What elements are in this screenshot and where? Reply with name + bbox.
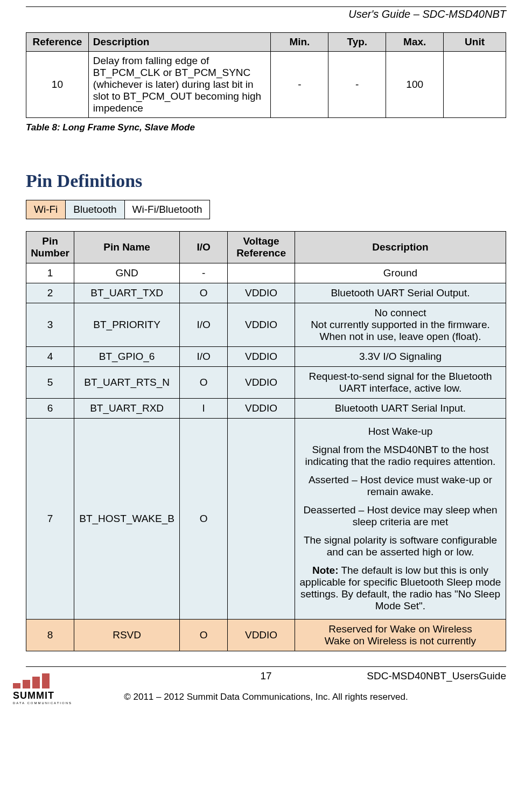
desc-line: No connect [374, 307, 426, 318]
th-typ: Typ. [328, 33, 386, 52]
cell-vref [228, 419, 295, 620]
cell-num: 7 [26, 419, 74, 620]
table-header-row: Reference Description Min. Typ. Max. Uni… [26, 33, 506, 52]
cell-num: 4 [26, 347, 74, 367]
desc-para: Signal from the MSD40NBT to the host ind… [298, 444, 502, 468]
pin-row-5: 5 BT_UART_RTS_N O VDDIO Request-to-send … [26, 367, 506, 399]
pin-row-7: 7 BT_HOST_WAKE_B O Host Wake-up Signal f… [26, 419, 506, 620]
cell-io: I/O [180, 303, 228, 347]
cell-num: 2 [26, 283, 74, 303]
cell-desc: Delay from falling edge of BT_PCM_CLK or… [88, 52, 271, 118]
desc-line: Reserved for Wake on Wireless [328, 623, 472, 635]
cell-vref: VDDIO [228, 303, 295, 347]
cell-desc: Reserved for Wake on Wireless Wake on Wi… [295, 620, 506, 651]
desc-para: Host Wake-up [298, 426, 502, 437]
th-max: Max. [386, 33, 444, 52]
pin-row-4: 4 BT_GPIO_6 I/O VDDIO 3.3V I/O Signaling [26, 347, 506, 367]
cell-desc: No connect Not currently supported in th… [295, 303, 506, 347]
cell-desc: Bluetooth UART Serial Input. [295, 399, 506, 419]
cell-name: BT_HOST_WAKE_B [74, 419, 180, 620]
pin-row-3: 3 BT_PRIORITY I/O VDDIO No connect Not c… [26, 303, 506, 347]
cell-io: O [180, 620, 228, 651]
desc-para: Note: The default is low but this is onl… [298, 565, 502, 612]
table-row: 10 Delay from falling edge of BT_PCM_CLK… [26, 52, 506, 118]
note-label: Note: [312, 565, 339, 576]
cell-num: 5 [26, 367, 74, 399]
cell-num: 1 [26, 263, 74, 283]
cell-num: 8 [26, 620, 74, 651]
pin-row-1: 1 GND - Ground [26, 263, 506, 283]
th-min: Min. [271, 33, 328, 52]
pin-table: Pin Number Pin Name I/O Voltage Referenc… [26, 231, 506, 651]
logo-word: SUMMIT [13, 690, 72, 701]
cell-vref: VDDIO [228, 283, 295, 303]
pin-row-8: 8 RSVD O VDDIO Reserved for Wake on Wire… [26, 620, 506, 651]
cell-name: GND [74, 263, 180, 283]
logo-subtext: DATA COMMUNICATIONS [13, 701, 72, 705]
header-rule [26, 6, 506, 7]
cell-vref: VDDIO [228, 367, 295, 399]
cell-io: I/O [180, 347, 228, 367]
cell-vref: VDDIO [228, 399, 295, 419]
th-pin-number: Pin Number [26, 232, 74, 263]
pin-row-2: 2 BT_UART_TXD O VDDIO Bluetooth UART Ser… [26, 283, 506, 303]
footer-rule [26, 666, 506, 667]
legend-row: Wi-Fi Bluetooth Wi-Fi/Bluetooth [26, 200, 210, 219]
desc-para: Asserted – Host device must wake-up or r… [298, 474, 502, 498]
cell-typ: - [328, 52, 386, 118]
legend-wifi: Wi-Fi [26, 200, 66, 219]
desc-line: Not currently supported in the firmware. [311, 319, 490, 330]
th-unit: Unit [444, 33, 506, 52]
desc-para: Deasserted – Host device may sleep when … [298, 504, 502, 528]
cell-io: I [180, 399, 228, 419]
cell-desc: 3.3V I/O Signaling [295, 347, 506, 367]
legend-table: Wi-Fi Bluetooth Wi-Fi/Bluetooth [26, 200, 210, 219]
cell-name: RSVD [74, 620, 180, 651]
spec-table: Reference Description Min. Typ. Max. Uni… [26, 32, 506, 118]
cell-unit [444, 52, 506, 118]
desc-line: Wake on Wireless is not currently [325, 635, 476, 646]
page: User's Guide – SDC-MSD40NBT Reference De… [0, 0, 532, 707]
cell-vref [228, 263, 295, 283]
cell-min: - [271, 52, 328, 118]
cell-name: BT_PRIORITY [74, 303, 180, 347]
footer-row: 17 SDC-MSD40NBT_UsersGuide [26, 670, 506, 682]
cell-io: O [180, 367, 228, 399]
cell-desc: Host Wake-up Signal from the MSD40NBT to… [295, 419, 506, 620]
cell-num: 6 [26, 399, 74, 419]
cell-num: 3 [26, 303, 74, 347]
cell-vref: VDDIO [228, 620, 295, 651]
cell-io: O [180, 419, 228, 620]
cell-io: - [180, 263, 228, 283]
legend-bluetooth: Bluetooth [66, 200, 124, 219]
table-caption: Table 8: Long Frame Sync, Slave Mode [26, 122, 506, 133]
cell-desc: Bluetooth UART Serial Output. [295, 283, 506, 303]
cell-desc: Ground [295, 263, 506, 283]
cell-max: 100 [386, 52, 444, 118]
section-heading-pin-definitions: Pin Definitions [26, 171, 506, 191]
legend-wifi-bluetooth: Wi-Fi/Bluetooth [124, 200, 210, 219]
cell-name: BT_UART_RTS_N [74, 367, 180, 399]
cell-vref: VDDIO [228, 347, 295, 367]
th-voltage-reference: Voltage Reference [228, 232, 295, 263]
desc-para: The signal polarity is software configur… [298, 534, 502, 558]
cell-name: BT_UART_RXD [74, 399, 180, 419]
copyright: © 2011 – 2012 Summit Data Communications… [26, 692, 506, 702]
header-title: User's Guide – SDC-MSD40NBT [26, 8, 506, 20]
page-number: 17 [187, 670, 345, 682]
logo-bars-icon [13, 673, 72, 688]
th-io: I/O [180, 232, 228, 263]
pin-row-6: 6 BT_UART_RXD I VDDIO Bluetooth UART Ser… [26, 399, 506, 419]
doc-id: SDC-MSD40NBT_UsersGuide [348, 670, 506, 682]
th-reference: Reference [26, 33, 89, 52]
pin-header-row: Pin Number Pin Name I/O Voltage Referenc… [26, 232, 506, 263]
cell-io: O [180, 283, 228, 303]
cell-desc: Request-to-send signal for the Bluetooth… [295, 367, 506, 399]
desc-line: When not in use, leave open (float). [319, 331, 481, 342]
cell-name: BT_GPIO_6 [74, 347, 180, 367]
cell-name: BT_UART_TXD [74, 283, 180, 303]
summit-logo: SUMMIT DATA COMMUNICATIONS [13, 673, 72, 705]
th-pin-name: Pin Name [74, 232, 180, 263]
th-description: Description [295, 232, 506, 263]
th-description: Description [88, 33, 271, 52]
